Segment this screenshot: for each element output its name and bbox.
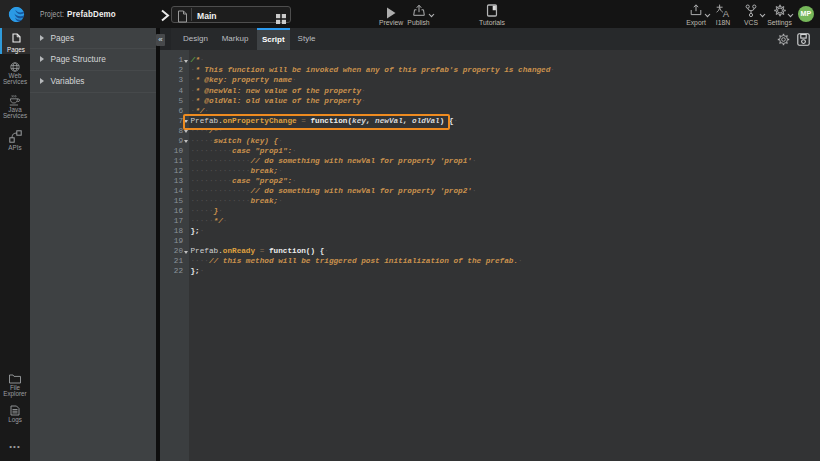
svg-text:A: A [723,8,730,19]
